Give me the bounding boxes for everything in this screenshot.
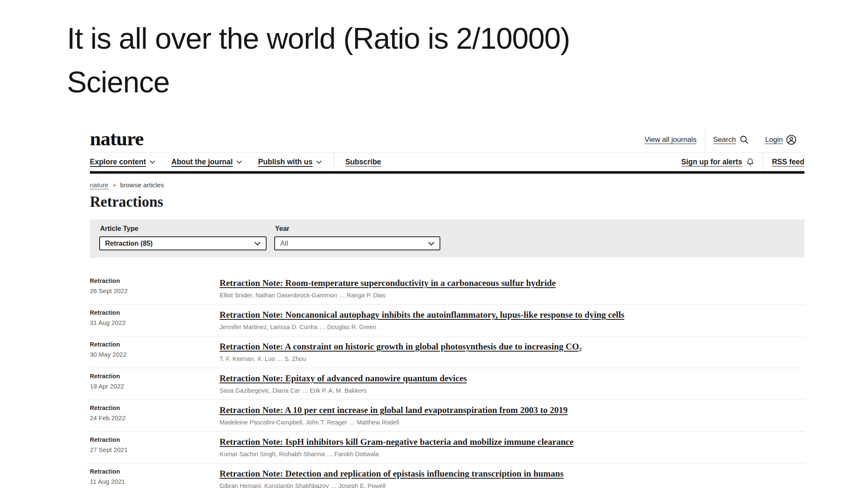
article-date: 11 Aug 2021 bbox=[90, 478, 220, 485]
chevron-down-icon bbox=[316, 160, 322, 164]
nature-website-screenshot: nature View all journals Search bbox=[90, 127, 804, 488]
article-type-value: Retraction (85) bbox=[105, 240, 153, 247]
article-type-badge: Retraction bbox=[90, 436, 220, 444]
article-main: Retraction Note: Detection and replicati… bbox=[220, 468, 804, 488]
article-date: 26 Sept 2022 bbox=[90, 287, 220, 295]
breadcrumb-current: browse articles bbox=[120, 181, 164, 189]
chevron-down-icon bbox=[236, 160, 242, 164]
article-list: Retraction 26 Sept 2022 Retraction Note:… bbox=[90, 273, 804, 488]
article-type-badge: Retraction bbox=[90, 405, 220, 412]
breadcrumb: nature > browse articles bbox=[90, 181, 804, 189]
publish-with-us-label[interactable]: Publish with us bbox=[258, 158, 312, 166]
login-label[interactable]: Login bbox=[765, 136, 783, 144]
article-date: 24 Feb 2022 bbox=[90, 414, 220, 422]
article-date: 27 Sept 2021 bbox=[90, 446, 220, 454]
article-row: Retraction 11 Aug 2021 Retraction Note: … bbox=[90, 463, 804, 488]
search-icon[interactable] bbox=[739, 135, 749, 144]
year-filter: Year All bbox=[274, 225, 440, 258]
subscribe-label[interactable]: Subscribe bbox=[345, 158, 381, 166]
nature-logo[interactable]: nature bbox=[90, 129, 143, 150]
article-row: Retraction 19 Apr 2022 Retraction Note: … bbox=[90, 368, 804, 400]
article-type-badge: Retraction bbox=[90, 341, 220, 348]
chevron-down-icon bbox=[150, 160, 155, 164]
article-row: Retraction 26 Sept 2022 Retraction Note:… bbox=[90, 273, 804, 305]
article-main: Retraction Note: Room-temperature superc… bbox=[220, 277, 804, 299]
article-authors: Jennifer Martinez, Larissa D. Cunha … Do… bbox=[220, 323, 804, 331]
article-authors: Elliot Snider, Nathan Dasenbrock-Gammon … bbox=[220, 291, 804, 299]
slide-title-line2: Science bbox=[67, 61, 570, 104]
user-circle-icon[interactable] bbox=[786, 135, 796, 145]
article-title-link[interactable]: Retraction Note: Noncanonical autophagy … bbox=[220, 309, 624, 320]
article-row: Retraction 24 Feb 2022 Retraction Note: … bbox=[90, 400, 804, 432]
rss-feed-link[interactable]: RSS feed bbox=[763, 158, 804, 166]
article-authors: T. F. Keenan, X. Luo … S. Zhou bbox=[220, 355, 804, 363]
article-title-link[interactable]: Retraction Note: Detection and replicati… bbox=[220, 468, 564, 479]
article-row: Retraction 31 Aug 2022 Retraction Note: … bbox=[90, 305, 804, 336]
article-title-link[interactable]: Retraction Note: Epitaxy of advanced nan… bbox=[220, 373, 467, 384]
article-meta: Retraction 27 Sept 2021 bbox=[90, 436, 220, 458]
view-all-journals-label[interactable]: View all journals bbox=[645, 136, 697, 144]
main-nav-left: Explore content About the journal Publis… bbox=[90, 152, 381, 171]
article-row: Retraction 27 Sept 2021 Retraction Note:… bbox=[90, 432, 804, 463]
breadcrumb-separator: > bbox=[113, 182, 116, 189]
year-label: Year bbox=[275, 225, 440, 233]
article-main: Retraction Note: Noncanonical autophagy … bbox=[220, 309, 804, 331]
nav-item-about-the-journal[interactable]: About the journal bbox=[171, 158, 242, 166]
article-authors: Sasa Gazibegovic, Diana Car … Erik P. A.… bbox=[220, 387, 804, 394]
year-select[interactable]: All bbox=[274, 236, 440, 250]
main-nav: Explore content About the journal Publis… bbox=[90, 152, 804, 174]
view-all-journals-link[interactable]: View all journals bbox=[637, 136, 705, 144]
year-value: All bbox=[280, 239, 288, 248]
breadcrumb-nature-link[interactable]: nature bbox=[90, 181, 108, 189]
nav-item-subscribe[interactable]: Subscribe bbox=[334, 152, 381, 171]
article-meta: Retraction 26 Sept 2022 bbox=[90, 277, 220, 299]
bell-icon bbox=[746, 158, 754, 166]
article-meta: Retraction 31 Aug 2022 bbox=[90, 309, 220, 331]
about-the-journal-label[interactable]: About the journal bbox=[171, 158, 233, 166]
page-title: Retractions bbox=[90, 193, 804, 211]
article-type-select[interactable]: Retraction (85) bbox=[99, 236, 267, 250]
article-date: 30 May 2022 bbox=[90, 351, 220, 358]
article-main: Retraction Note: A constraint on histori… bbox=[220, 341, 804, 363]
article-meta: Retraction 24 Feb 2022 bbox=[90, 405, 220, 426]
search-link[interactable]: Search bbox=[705, 135, 757, 144]
article-type-label: Article Type bbox=[100, 225, 267, 233]
presentation-slide: It is all over the world (Ratio is 2/100… bbox=[0, 0, 868, 488]
sign-up-for-alerts-link[interactable]: Sign up for alerts bbox=[673, 158, 763, 166]
sign-up-for-alerts-label[interactable]: Sign up for alerts bbox=[681, 158, 742, 166]
article-main: Retraction Note: A 10 per cent increase … bbox=[220, 405, 804, 426]
article-type-filter: Article Type Retraction (85) bbox=[99, 225, 267, 258]
article-type-badge: Retraction bbox=[90, 373, 220, 380]
article-date: 31 Aug 2022 bbox=[90, 319, 220, 327]
article-meta: Retraction 19 Apr 2022 bbox=[90, 373, 220, 394]
article-row: Retraction 30 May 2022 Retraction Note: … bbox=[90, 336, 804, 368]
alerts-nav: Sign up for alerts RSS feed bbox=[673, 152, 804, 171]
explore-content-label[interactable]: Explore content bbox=[90, 158, 146, 166]
filter-panel: Article Type Retraction (85) Year All bbox=[90, 219, 804, 258]
nav-item-publish-with-us[interactable]: Publish with us bbox=[258, 158, 322, 166]
search-label[interactable]: Search bbox=[713, 136, 736, 144]
article-type-badge: Retraction bbox=[90, 277, 220, 285]
article-meta: Retraction 30 May 2022 bbox=[90, 341, 220, 363]
login-link[interactable]: Login bbox=[757, 135, 804, 145]
article-authors: Madeleine Pascolini-Campbell, John T. Re… bbox=[220, 419, 804, 426]
article-type-badge: Retraction bbox=[90, 468, 220, 475]
article-authors: Gibran Hemani, Konstantin Shakhbazov … J… bbox=[220, 482, 804, 488]
slide-title-line1: It is all over the world (Ratio is 2/100… bbox=[67, 17, 570, 61]
utility-nav: View all journals Search Login bbox=[637, 127, 804, 152]
article-meta: Retraction 11 Aug 2021 bbox=[90, 468, 220, 488]
article-title-link[interactable]: Retraction Note: IspH inhibitors kill Gr… bbox=[220, 436, 573, 447]
article-title-link[interactable]: Retraction Note: A constraint on histori… bbox=[220, 341, 581, 352]
nav-item-explore-content[interactable]: Explore content bbox=[90, 158, 155, 166]
chevron-down-icon bbox=[254, 241, 261, 246]
site-header: nature View all journals Search bbox=[90, 127, 804, 152]
rss-feed-label[interactable]: RSS feed bbox=[772, 158, 804, 166]
chevron-down-icon bbox=[428, 241, 434, 246]
article-title-link[interactable]: Retraction Note: A 10 per cent increase … bbox=[220, 405, 568, 416]
slide-title: It is all over the world (Ratio is 2/100… bbox=[67, 17, 570, 104]
article-title-link[interactable]: Retraction Note: Room-temperature superc… bbox=[220, 277, 556, 288]
article-authors: Kumar Sachin Singh, Rishabh Sharma … Far… bbox=[220, 450, 804, 458]
article-main: Retraction Note: IspH inhibitors kill Gr… bbox=[220, 436, 804, 458]
article-date: 19 Apr 2022 bbox=[90, 383, 220, 390]
article-type-badge: Retraction bbox=[90, 309, 220, 316]
